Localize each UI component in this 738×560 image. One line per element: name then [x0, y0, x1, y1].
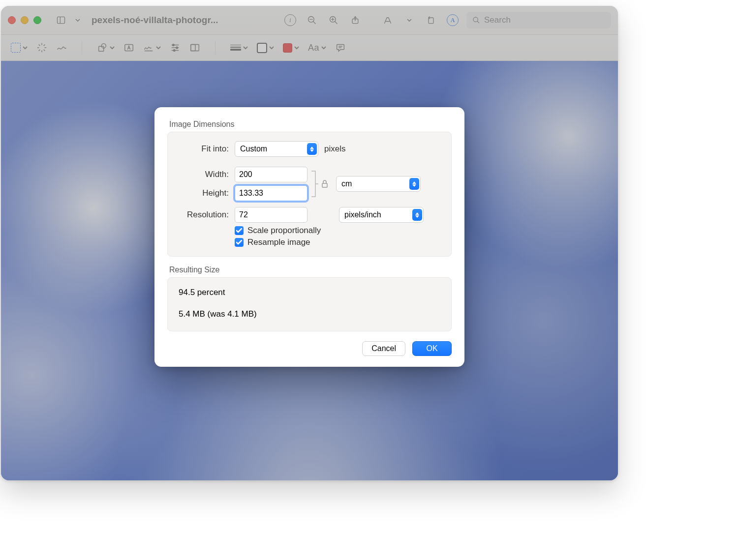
adjust-color-tool[interactable] — [170, 42, 181, 53]
zoom-out-button[interactable] — [304, 12, 320, 28]
resample-image-label: Resample image — [247, 237, 310, 247]
speech-bubble-icon — [335, 42, 346, 53]
shapes-tool[interactable] — [97, 42, 115, 53]
annotation-tool[interactable] — [335, 42, 346, 53]
scribble-icon — [56, 42, 67, 53]
fit-into-unit: pixels — [324, 144, 345, 154]
fill-color-icon — [283, 43, 292, 53]
svg-point-13 — [473, 17, 478, 22]
fit-into-value: Custom — [240, 145, 267, 153]
ok-button[interactable]: OK — [412, 341, 452, 356]
window-traffic-lights — [8, 16, 41, 24]
resolution-unit-value: pixels/inch — [344, 210, 381, 219]
svg-rect-34 — [191, 45, 195, 51]
section-title-dimensions: Image Dimensions — [169, 120, 452, 129]
svg-line-6 — [335, 22, 338, 24]
app-window: pexels-noé-villalta-photogr... i A S — [1, 6, 618, 480]
text-tool[interactable] — [123, 42, 134, 53]
highlight-color-button[interactable]: A — [445, 12, 461, 28]
resolution-row: Resolution: pixels/inch — [176, 207, 443, 223]
svg-marker-42 — [415, 212, 419, 215]
checkbox-checked-icon — [235, 238, 244, 247]
dialog-button-row: Cancel OK — [167, 341, 452, 356]
image-dimensions-dialog: Image Dimensions Fit into: Custom pixels — [154, 107, 464, 367]
document-title: pexels-noé-villalta-photogr... — [92, 15, 218, 26]
resample-image-checkbox[interactable]: Resample image — [235, 237, 443, 247]
markup-button[interactable] — [380, 12, 396, 28]
height-label: Height: — [176, 188, 229, 198]
window-close-button[interactable] — [8, 16, 16, 24]
border-color-tool[interactable] — [257, 43, 274, 53]
resolution-label: Resolution: — [176, 210, 229, 220]
svg-rect-23 — [99, 46, 104, 51]
scale-proportionally-checkbox[interactable]: Scale proportionally — [235, 226, 443, 236]
height-input[interactable] — [235, 185, 308, 201]
line-weight-tool[interactable] — [230, 43, 248, 52]
adjust-size-tool[interactable] — [189, 42, 200, 53]
sidebar-icon — [53, 12, 69, 28]
magic-wand-icon — [36, 42, 47, 53]
width-input[interactable] — [235, 167, 308, 182]
markup-dropdown[interactable] — [401, 12, 417, 28]
width-row: Width: — [176, 167, 308, 182]
svg-line-21 — [39, 50, 40, 51]
svg-line-14 — [477, 21, 479, 23]
result-percent: 94.5 percent — [179, 288, 440, 297]
annotate-circle-a-icon: A — [447, 14, 459, 26]
svg-marker-38 — [310, 149, 314, 152]
sketch-tool[interactable] — [56, 42, 67, 53]
window-minimize-button[interactable] — [21, 16, 29, 24]
resolution-input[interactable] — [235, 207, 308, 223]
svg-rect-39 — [322, 183, 327, 187]
chevron-down-icon — [269, 43, 274, 52]
resulting-size-group: 94.5 percent 5.4 MB (was 4.1 MB) — [167, 277, 452, 331]
svg-marker-41 — [412, 184, 416, 187]
proportions-lock — [310, 169, 328, 199]
text-box-icon — [123, 42, 134, 53]
svg-marker-37 — [310, 147, 314, 149]
selection-icon — [11, 43, 21, 53]
info-button[interactable]: i — [282, 12, 298, 28]
zoom-in-button[interactable] — [326, 12, 341, 28]
chevron-down-icon — [243, 43, 248, 52]
chevron-down-icon — [23, 43, 28, 52]
cancel-button[interactable]: Cancel — [362, 341, 405, 356]
fit-into-row: Fit into: Custom pixels — [176, 141, 443, 157]
chevron-down-icon — [321, 43, 326, 52]
info-icon: i — [284, 14, 296, 26]
chevron-down-icon — [70, 12, 86, 28]
chevron-down-icon — [156, 43, 161, 52]
selection-tool[interactable] — [11, 43, 28, 53]
svg-point-32 — [173, 50, 175, 52]
fill-color-tool[interactable] — [283, 43, 299, 53]
svg-line-20 — [44, 50, 45, 51]
height-row: Height: — [176, 185, 308, 201]
text-style-tool[interactable]: Aa — [308, 43, 326, 53]
size-unit-select[interactable]: cm — [336, 176, 421, 192]
sign-tool[interactable] — [143, 42, 161, 53]
signature-icon — [143, 42, 154, 53]
titlebar: pexels-noé-villalta-photogr... i A S — [1, 6, 618, 35]
window-zoom-button[interactable] — [33, 16, 41, 24]
fit-into-label: Fit into: — [176, 144, 229, 154]
svg-point-31 — [176, 47, 178, 49]
sidebar-toggle-group[interactable] — [53, 12, 86, 28]
updown-caret-icon — [307, 143, 317, 155]
fit-into-select[interactable]: Custom — [235, 141, 318, 157]
bracket-icon — [310, 169, 319, 199]
instant-alpha-tool[interactable] — [36, 42, 47, 53]
toolbar-divider — [82, 41, 82, 55]
share-button[interactable] — [347, 12, 363, 28]
svg-marker-40 — [412, 181, 416, 184]
search-icon — [472, 16, 480, 24]
size-unit-value: cm — [341, 179, 352, 188]
svg-line-19 — [39, 45, 40, 46]
toolbar-divider — [215, 41, 215, 55]
rotate-button[interactable] — [423, 12, 439, 28]
svg-point-30 — [173, 44, 175, 46]
search-field[interactable]: Search — [466, 12, 611, 29]
updown-caret-icon — [409, 178, 419, 190]
resolution-unit-select[interactable]: pixels/inch — [339, 207, 424, 223]
chevron-down-icon — [294, 43, 299, 52]
svg-line-3 — [313, 22, 316, 24]
